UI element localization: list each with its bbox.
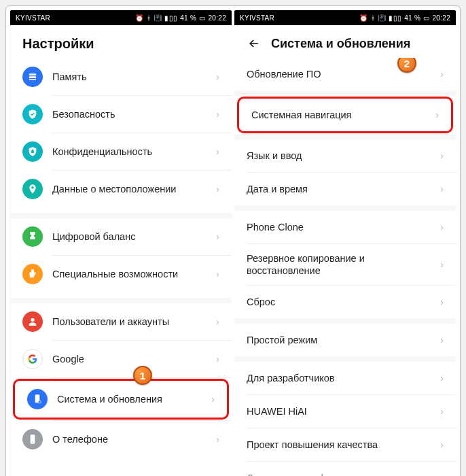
chevron-right-icon: › <box>440 439 444 450</box>
chevron-right-icon: › <box>216 184 219 194</box>
settings-screen: KYIVSTAR ⏰ ᚼ 📳 ▮▯▯ 41 % ▭ 20:22 Настройк… <box>10 10 232 476</box>
system-updates-screen: KYIVSTAR ⏰ ᚼ 📳 ▮▯▯ 41 % ▭ 20:22 Система … <box>234 10 456 476</box>
row-label: Google <box>52 353 212 365</box>
chevron-right-icon: › <box>216 146 219 157</box>
row-location[interactable]: Данные о местоположении › <box>10 171 232 207</box>
row-privacy[interactable]: Конфиденциальность › <box>10 133 232 170</box>
alarm-icon: ⏰ <box>135 14 143 22</box>
row-huawei-hiai[interactable]: HUAWEI HiAI › <box>234 395 456 428</box>
shield-check-icon <box>22 104 43 124</box>
chevron-right-icon: › <box>216 269 219 279</box>
chevron-right-icon: › <box>211 394 215 405</box>
row-label: Сброс <box>247 296 436 308</box>
hand-icon <box>22 264 43 284</box>
chevron-right-icon: › <box>440 184 444 194</box>
row-language-input[interactable]: Язык и ввод › <box>234 139 456 172</box>
vibrate-icon: 📳 <box>378 14 386 22</box>
alarm-icon: ⏰ <box>359 14 368 22</box>
svg-point-3 <box>31 318 34 322</box>
row-label: Цифровой баланс <box>52 231 212 243</box>
row-label: Для разработчиков <box>247 372 436 384</box>
row-label: Память <box>52 71 212 83</box>
chevron-right-icon: › <box>440 69 444 80</box>
bluetooth-icon: ᚼ <box>147 14 151 22</box>
row-phone-clone[interactable]: Phone Clone › <box>234 211 456 243</box>
carrier-label: KYIVSTAR <box>240 14 274 22</box>
row-label: Проект повышения качества <box>247 439 436 451</box>
shield-lock-icon <box>22 141 43 162</box>
page-header: Настройки <box>10 25 232 58</box>
highlight-system: 1 Система и обновления › <box>13 379 229 420</box>
page-header: Система и обновления <box>234 25 456 58</box>
chevron-right-icon: › <box>435 109 439 120</box>
row-label: Дата и время <box>247 183 436 195</box>
row-cert-logos[interactable]: Логотипы сертификатов › <box>234 462 456 476</box>
svg-rect-1 <box>29 76 37 78</box>
google-icon <box>22 349 43 369</box>
page-title: Настройки <box>22 36 94 52</box>
row-software-update[interactable]: Обновление ПО › 2 <box>234 58 456 90</box>
row-label: HUAWEI HiAI <box>247 405 436 418</box>
row-system-updates[interactable]: Система и обновления › <box>15 381 227 418</box>
svg-point-7 <box>32 442 33 443</box>
row-users[interactable]: Пользователи и аккаунты › <box>10 303 232 340</box>
row-label: Резервное копирование и восстановление <box>247 252 436 277</box>
status-bar: KYIVSTAR ⏰ ᚼ 📳 ▮▯▯ 41 % ▭ 20:22 <box>10 10 232 25</box>
vibrate-icon: 📳 <box>154 14 162 22</box>
chevron-right-icon: › <box>440 296 444 307</box>
chevron-right-icon: › <box>440 473 444 476</box>
row-label: Пользователи и аккаунты <box>52 316 212 328</box>
chevron-right-icon: › <box>440 259 444 270</box>
signal-icon: ▮▯▯ <box>164 14 177 22</box>
row-google[interactable]: Google › <box>10 341 232 377</box>
chevron-right-icon: › <box>440 150 444 161</box>
row-system-navigation[interactable]: Системная навигация › <box>239 99 451 131</box>
clock: 20:22 <box>208 14 226 22</box>
hourglass-icon <box>22 226 43 247</box>
row-quality-project[interactable]: Проект повышения качества › <box>234 428 456 461</box>
row-label: Phone Clone <box>247 221 436 233</box>
carrier-label: KYIVSTAR <box>16 14 50 22</box>
phone-gear-icon <box>27 389 48 409</box>
highlight-nav: Системная навигация › <box>237 97 453 133</box>
row-about-phone[interactable]: О телефоне › <box>10 421 232 458</box>
row-label: Безопасность <box>52 108 212 120</box>
row-date-time[interactable]: Дата и время › <box>234 173 456 205</box>
bluetooth-icon: ᚼ <box>371 14 375 22</box>
row-security[interactable]: Безопасность › <box>10 96 232 133</box>
row-developer-options[interactable]: Для разработчиков › <box>234 362 456 394</box>
row-label: Конфиденциальность <box>52 146 212 158</box>
row-simple-mode[interactable]: Простой режим › <box>234 324 456 356</box>
memory-icon <box>22 67 43 87</box>
chevron-right-icon: › <box>216 316 219 327</box>
row-memory[interactable]: Память › <box>10 58 232 95</box>
row-label: Простой режим <box>247 334 436 346</box>
chevron-right-icon: › <box>216 71 219 82</box>
clock: 20:22 <box>432 14 450 22</box>
row-digital-balance[interactable]: Цифровой баланс › <box>10 218 232 255</box>
battery-text: 41 % <box>180 14 196 22</box>
chevron-right-icon: › <box>216 231 219 242</box>
row-label: О телефоне <box>52 433 212 445</box>
chevron-right-icon: › <box>440 222 444 233</box>
row-label: Логотипы сертификатов <box>247 472 436 476</box>
row-label: Специальные возможности <box>52 268 212 280</box>
row-backup-restore[interactable]: Резервное копирование и восстановление › <box>234 244 456 285</box>
row-label: Язык и ввод <box>247 150 436 162</box>
svg-point-5 <box>38 401 41 403</box>
chevron-right-icon: › <box>440 373 444 384</box>
status-bar: KYIVSTAR ⏰ ᚼ 📳 ▮▯▯ 41 % ▭ 20:22 <box>234 10 456 25</box>
chevron-right-icon: › <box>216 434 219 445</box>
row-reset[interactable]: Сброс › <box>234 286 456 318</box>
chevron-right-icon: › <box>440 335 444 345</box>
signal-icon: ▮▯▯ <box>389 14 401 22</box>
battery-text: 41 % <box>404 14 420 22</box>
chevron-right-icon: › <box>440 406 444 417</box>
phone-info-icon <box>22 429 43 449</box>
back-button[interactable] <box>247 36 262 51</box>
row-label: Данные о местоположении <box>52 183 212 195</box>
battery-icon: ▭ <box>199 14 205 22</box>
row-label: Системная навигация <box>251 109 431 121</box>
row-accessibility[interactable]: Специальные возможности › <box>10 256 232 292</box>
battery-icon: ▭ <box>423 14 429 22</box>
